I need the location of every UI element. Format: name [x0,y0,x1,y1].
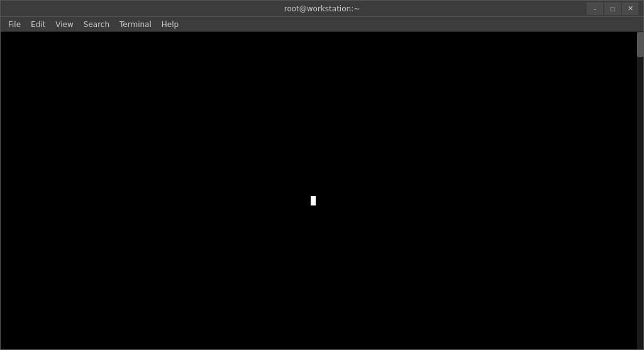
close-button[interactable]: ✕ [622,3,638,15]
maximize-button[interactable]: □ [604,3,621,15]
menu-file[interactable]: File [3,19,26,30]
scrollbar-thumb[interactable] [637,32,643,57]
terminal-body[interactable]: A long time ago in a galaxy far, far awa… [1,32,643,349]
terminal-cursor [311,196,316,205]
terminal-line-1: A long time ago in a galaxy far, [100,126,258,138]
menu-search[interactable]: Search [79,19,114,30]
menu-terminal[interactable]: Terminal [114,19,157,30]
scrollbar[interactable] [637,32,643,349]
menu-view[interactable]: View [50,19,78,30]
terminal-output: A long time ago in a galaxy far, far awa… [100,126,258,150]
minimize-button[interactable]: - [587,3,603,15]
terminal-line-2: far away.... [100,138,258,150]
menu-bar: File Edit View Search Terminal Help [1,17,643,32]
title-bar: root@workstation:~ - □ ✕ [1,1,643,17]
window-title: root@workstation:~ [284,4,360,13]
menu-edit[interactable]: Edit [26,19,50,30]
menu-help[interactable]: Help [157,19,184,30]
terminal-window: root@workstation:~ - □ ✕ File Edit View … [0,0,644,350]
window-controls: - □ ✕ [587,3,638,15]
